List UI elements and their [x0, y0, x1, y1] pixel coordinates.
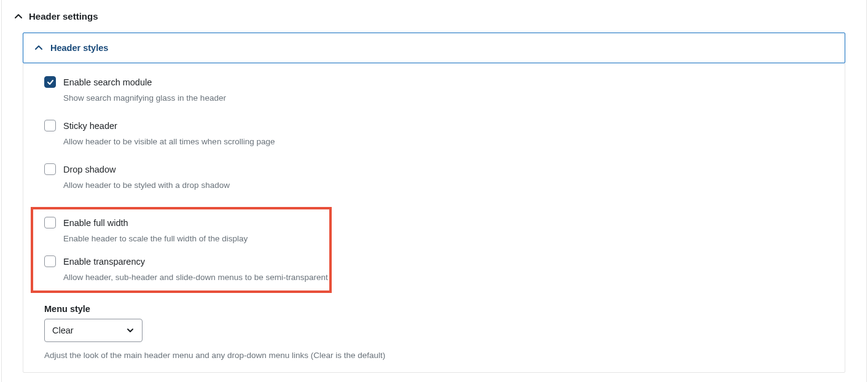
option-description: Allow header to be styled with a drop sh…	[63, 181, 824, 190]
menu-style-selected: Clear	[52, 325, 74, 335]
checkbox-transparency[interactable]	[44, 255, 56, 267]
option-description: Allow header to be visible at all times …	[63, 137, 824, 146]
checkbox-drop-shadow[interactable]	[44, 163, 56, 175]
option-label: Enable full width	[63, 218, 128, 228]
option-description: Enable header to scale the full width of…	[63, 234, 329, 243]
option-description: Allow header, sub-header and slide-down …	[63, 273, 329, 282]
option-enable-search: Enable search module Show search magnify…	[44, 76, 824, 103]
option-sticky-header: Sticky header Allow header to be visible…	[44, 120, 824, 146]
option-label: Enable transparency	[63, 257, 145, 267]
sub-section-title: Header styles	[50, 43, 108, 53]
header-settings-panel: Header settings Header styles Enable sea…	[1, 0, 867, 382]
sub-section-header[interactable]: Header styles	[23, 33, 845, 63]
option-description: Show search magnifying glass in the head…	[63, 93, 824, 103]
option-drop-shadow: Drop shadow Allow header to be styled wi…	[44, 163, 824, 190]
chevron-down-icon	[126, 326, 135, 335]
options-list: Enable search module Show search magnify…	[23, 63, 845, 372]
section-header[interactable]: Header settings	[2, 0, 866, 28]
menu-style-section: Menu style Clear Adjust the look of the …	[44, 304, 824, 360]
chevron-up-icon	[34, 44, 43, 52]
menu-style-description: Adjust the look of the main header menu …	[44, 351, 824, 360]
option-label: Enable search module	[63, 77, 152, 87]
checkbox-enable-search[interactable]	[44, 76, 56, 88]
menu-style-label: Menu style	[44, 304, 824, 314]
option-label: Drop shadow	[63, 165, 115, 174]
checkbox-full-width[interactable]	[44, 217, 56, 228]
checkbox-sticky-header[interactable]	[44, 120, 56, 131]
header-styles-panel: Header styles Enable search module Show …	[23, 33, 845, 373]
chevron-up-icon	[14, 12, 23, 21]
option-transparency: Enable transparency Allow header, sub-he…	[44, 255, 329, 282]
option-label: Sticky header	[63, 121, 117, 131]
highlighted-options: Enable full width Enable header to scale…	[31, 207, 332, 293]
option-full-width: Enable full width Enable header to scale…	[44, 217, 329, 243]
menu-style-select[interactable]: Clear	[44, 319, 143, 342]
inner-wrap: Header styles Enable search module Show …	[2, 28, 866, 382]
section-title: Header settings	[29, 11, 98, 21]
